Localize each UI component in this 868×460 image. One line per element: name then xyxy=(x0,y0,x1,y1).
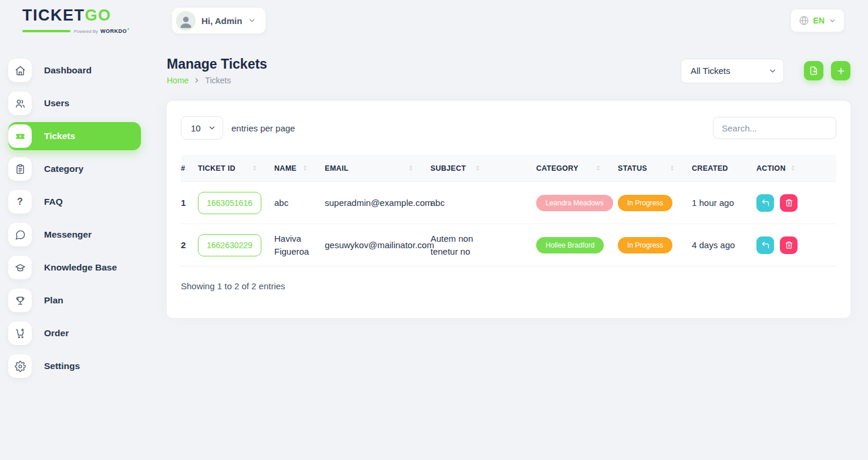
reply-button[interactable] xyxy=(756,236,774,254)
sidebar-item-knowledge-base[interactable]: Knowledge Base xyxy=(8,253,153,282)
sidebar-item-users[interactable]: Users xyxy=(8,89,153,117)
sort-icon xyxy=(473,164,482,172)
sidebar-nav: Dashboard Users Tickets Category ? FAQ M… xyxy=(0,56,153,385)
sidebar-item-faq[interactable]: ? FAQ xyxy=(8,188,153,216)
ticket-name: abc xyxy=(274,198,325,208)
col-header-subject[interactable]: SUBJECT xyxy=(430,164,536,172)
logo-text: TICKETGO xyxy=(22,8,129,23)
sort-icon xyxy=(789,164,798,172)
globe-icon xyxy=(799,15,809,26)
ticket-email: gesuwykov@mailinator.com xyxy=(325,240,430,250)
sidebar-item-settings[interactable]: Settings xyxy=(8,352,153,380)
search-input[interactable] xyxy=(713,117,836,139)
entries-per-page-select[interactable]: 10 xyxy=(181,116,223,140)
export-button[interactable] xyxy=(804,61,823,80)
plus-icon xyxy=(836,66,846,76)
ticket-email: superadmin@example.com xyxy=(325,198,430,208)
sort-icon xyxy=(301,164,309,172)
table-summary: Showing 1 to 2 of 2 entries xyxy=(181,281,836,291)
add-ticket-button[interactable] xyxy=(831,61,850,80)
brand-logo[interactable]: TICKETGO Powered By WORKDO xyxy=(22,8,129,36)
col-header-action[interactable]: ACTION xyxy=(756,164,836,172)
delete-button[interactable] xyxy=(780,194,798,212)
tickets-card: 10 entries per page # TICKET ID NAME EMA… xyxy=(167,101,850,318)
sidebar-item-tickets[interactable]: Tickets xyxy=(8,122,141,150)
ticket-id-link[interactable]: 1662630229 xyxy=(198,234,261,256)
trophy-icon xyxy=(8,289,32,312)
status-badge: In Progress xyxy=(618,195,672,211)
table-row: 2 1662630229 Haviva Figueroa gesuwykov@m… xyxy=(181,224,836,266)
sidebar-item-order[interactable]: Order xyxy=(8,319,153,347)
ticket-filter-wrap: All Tickets xyxy=(681,59,784,83)
chevron-down-icon xyxy=(248,16,256,25)
col-header-email[interactable]: EMAIL xyxy=(325,164,430,172)
sort-icon xyxy=(406,164,415,172)
user-greeting: Hi, Admin xyxy=(201,16,242,26)
reply-icon xyxy=(761,241,770,249)
gear-icon xyxy=(8,354,32,378)
clipboard-icon xyxy=(8,157,32,181)
col-header-created[interactable]: CREATED xyxy=(692,164,756,172)
breadcrumb: Home Tickets xyxy=(167,76,267,85)
top-header: TICKETGO Powered By WORKDO Hi, Admin EN xyxy=(0,0,868,42)
sidebar-item-dashboard[interactable]: Dashboard xyxy=(8,56,153,84)
col-header-category[interactable]: CATEGORY xyxy=(536,164,618,172)
file-export-icon xyxy=(809,66,819,76)
home-icon xyxy=(8,59,32,82)
sort-icon xyxy=(594,164,603,172)
graduation-cap-icon xyxy=(8,256,32,279)
main-content: Manage Tickets Home Tickets All Tickets xyxy=(167,56,850,318)
category-badge: Hollee Bradford xyxy=(536,237,604,253)
ticket-created: 4 days ago xyxy=(692,240,756,250)
language-selector[interactable]: EN xyxy=(790,9,845,32)
cart-icon xyxy=(8,322,32,345)
avatar xyxy=(176,11,196,31)
chevron-down-icon xyxy=(829,17,836,25)
ticket-id-link[interactable]: 1663051616 xyxy=(198,192,261,214)
trash-icon xyxy=(785,198,793,207)
ticket-name: Haviva Figueroa xyxy=(274,232,319,258)
chat-bubble-icon xyxy=(8,223,32,246)
sidebar-item-category[interactable]: Category xyxy=(8,155,153,183)
language-label: EN xyxy=(813,16,825,25)
row-index: 2 xyxy=(181,240,198,250)
reply-icon xyxy=(761,198,770,207)
category-badge: Leandra Meadows xyxy=(536,195,613,211)
logo-workdo: WORKDO xyxy=(100,28,129,34)
question-icon: ? xyxy=(8,190,32,214)
entries-select-wrap: 10 xyxy=(181,116,223,140)
sidebar-item-plan[interactable]: Plan xyxy=(8,286,153,314)
ticket-icon xyxy=(8,124,32,148)
entries-per-page-label: entries per page xyxy=(231,123,295,133)
ticket-created: 1 hour ago xyxy=(692,198,756,208)
table-row: 1 1663051616 abc superadmin@example.com … xyxy=(181,182,836,224)
col-header-index[interactable]: # xyxy=(181,164,198,172)
col-header-status[interactable]: STATUS xyxy=(618,164,692,172)
col-header-name[interactable]: NAME xyxy=(274,164,325,172)
page-title: Manage Tickets xyxy=(167,56,267,72)
logo-tagline: Powered By xyxy=(74,29,97,34)
breadcrumb-home-link[interactable]: Home xyxy=(167,76,189,85)
delete-button[interactable] xyxy=(780,236,798,254)
col-header-ticket-id[interactable]: TICKET ID xyxy=(198,164,274,172)
ticket-subject: Autem non tenetur no xyxy=(430,232,489,258)
table-header-row: # TICKET ID NAME EMAIL SUBJECT CATEGORY … xyxy=(181,155,836,182)
user-menu-button[interactable]: Hi, Admin xyxy=(171,7,266,34)
reply-button[interactable] xyxy=(756,194,774,212)
row-index: 1 xyxy=(181,198,198,208)
chevron-right-icon xyxy=(193,77,200,84)
sort-icon xyxy=(250,164,259,172)
ticket-subject: abc xyxy=(430,198,536,208)
ticket-filter-select[interactable]: All Tickets xyxy=(681,59,784,83)
breadcrumb-current: Tickets xyxy=(205,76,231,85)
logo-underline xyxy=(22,30,70,32)
sort-icon xyxy=(668,164,677,172)
trash-icon xyxy=(785,241,793,249)
status-badge: In Progress xyxy=(618,237,672,253)
sidebar-item-messenger[interactable]: Messenger xyxy=(8,221,153,249)
users-icon xyxy=(8,92,32,115)
